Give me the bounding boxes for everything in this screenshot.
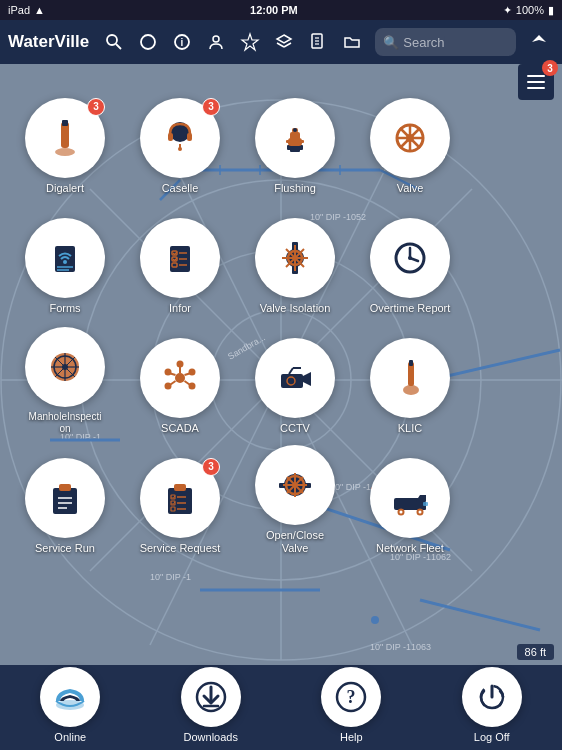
cctv-label: CCTV (280, 422, 310, 435)
search-bar[interactable]: 🔍 (375, 28, 516, 56)
svg-rect-71 (55, 246, 75, 272)
wifi-icon: ▲ (34, 4, 45, 16)
doc-button[interactable] (303, 27, 333, 57)
svg-point-55 (178, 147, 182, 151)
valve-isolation-label: Valve Isolation (260, 302, 331, 315)
bottom-bar: Online Downloads ? Help (0, 665, 562, 750)
app-icon-flushing[interactable]: Flushing (240, 80, 350, 195)
svg-rect-53 (187, 133, 192, 141)
svg-rect-146 (423, 502, 428, 506)
app-icon-klic[interactable]: KLIC (355, 320, 465, 435)
svg-point-51 (173, 125, 187, 139)
service-run-label: Service Run (35, 542, 95, 555)
svg-point-92 (408, 256, 412, 260)
svg-line-110 (185, 381, 190, 385)
app-icon-open-close-valve[interactable]: Open/CloseValve (240, 440, 350, 555)
valve-isolation-circle (255, 218, 335, 298)
klic-circle (370, 338, 450, 418)
app-icon-infor[interactable]: Infor (125, 200, 235, 315)
ipad-label: iPad (8, 4, 30, 16)
service-request-label: Service Request (140, 542, 221, 555)
svg-rect-119 (53, 488, 77, 514)
app-icon-valve-isolation[interactable]: Valve Isolation (240, 200, 350, 315)
app-title: WaterVille (8, 32, 89, 52)
app-icon-service-run[interactable]: Service Run (10, 440, 120, 555)
svg-rect-118 (409, 360, 413, 366)
online-circle (40, 667, 100, 727)
svg-line-109 (171, 381, 176, 385)
svg-line-41 (277, 43, 284, 47)
hamburger-badge: 3 (542, 60, 558, 76)
scale-bar: 86 ft (517, 644, 554, 660)
svg-marker-39 (242, 34, 258, 50)
bottom-icon-downloads[interactable]: Downloads (181, 667, 241, 743)
forms-label: Forms (49, 302, 80, 315)
svg-marker-40 (277, 35, 291, 43)
svg-rect-63 (286, 140, 290, 143)
search-icon-small: 🔍 (383, 35, 399, 50)
battery-icon: ▮ (548, 4, 554, 17)
app-icon-valve[interactable]: Valve (355, 80, 465, 195)
digalert-label: Digalert (46, 182, 84, 195)
svg-rect-52 (168, 133, 173, 141)
caselle-badge: 3 (202, 98, 220, 116)
infor-label: Infor (169, 302, 191, 315)
svg-rect-111 (281, 374, 303, 388)
app-icon-cctv[interactable]: CCTV (240, 320, 350, 435)
app-icon-overtime-report[interactable]: Overtime Report (355, 200, 465, 315)
app-icon-forms[interactable]: Forms (10, 200, 120, 315)
bottom-icon-online[interactable]: Online (40, 667, 100, 743)
hamburger-line-3 (527, 87, 545, 89)
svg-line-42 (284, 43, 291, 47)
app-icon-network-fleet[interactable]: Network Fleet (355, 440, 465, 555)
star-button[interactable] (235, 27, 265, 57)
svg-marker-112 (303, 372, 311, 386)
svg-text:i: i (181, 37, 184, 48)
hamburger-line-1 (527, 75, 545, 77)
app-icons-grid: 3 Digalert 3 Caselle (0, 70, 480, 685)
app-icon-digalert[interactable]: 3 Digalert (10, 80, 120, 195)
svg-line-34 (116, 44, 121, 49)
svg-line-108 (185, 373, 190, 375)
digalert-circle: 3 (25, 98, 105, 178)
magnify-button[interactable] (99, 27, 129, 57)
status-bar: iPad ▲ 12:00 PM ✦ 100% ▮ (0, 0, 562, 20)
svg-point-38 (213, 36, 219, 42)
manhole-circle (25, 327, 105, 407)
bluetooth-icon: ✦ (503, 4, 512, 17)
scale-label: 86 ft (525, 646, 546, 658)
circle-button[interactable] (133, 27, 163, 57)
search-input[interactable] (403, 35, 508, 50)
help-circle: ? (321, 667, 381, 727)
forms-circle (25, 218, 105, 298)
person-button[interactable] (201, 27, 231, 57)
service-request-badge: 3 (202, 458, 220, 476)
layers-button[interactable] (269, 27, 299, 57)
scada-label: SCADA (161, 422, 199, 435)
svg-point-35 (141, 35, 155, 49)
svg-point-33 (107, 35, 117, 45)
info-button[interactable]: i (167, 27, 197, 57)
app-icon-manhole[interactable]: ManholeInspection (10, 320, 120, 435)
overtime-report-label: Overtime Report (370, 302, 451, 315)
bottom-icon-logoff[interactable]: Log Off (462, 667, 522, 743)
caselle-circle: 3 (140, 98, 220, 178)
bottom-icon-help[interactable]: ? Help (321, 667, 381, 743)
network-fleet-label: Network Fleet (376, 542, 444, 555)
folder-button[interactable] (337, 27, 367, 57)
app-icon-service-request[interactable]: 3 Service Request (125, 440, 235, 555)
svg-point-145 (419, 510, 422, 513)
svg-rect-60 (290, 132, 300, 140)
svg-point-99 (62, 364, 68, 370)
location-button[interactable] (524, 27, 554, 57)
svg-point-62 (293, 128, 297, 132)
hamburger-menu[interactable]: 3 (518, 64, 554, 100)
manhole-label: ManholeInspection (29, 411, 102, 435)
open-close-valve-circle (255, 445, 335, 525)
app-icon-scada[interactable]: SCADA (125, 320, 235, 435)
svg-line-114 (289, 368, 293, 374)
svg-point-48 (55, 148, 75, 156)
svg-point-100 (175, 373, 185, 383)
svg-rect-125 (174, 484, 186, 491)
app-icon-caselle[interactable]: 3 Caselle (125, 80, 235, 195)
